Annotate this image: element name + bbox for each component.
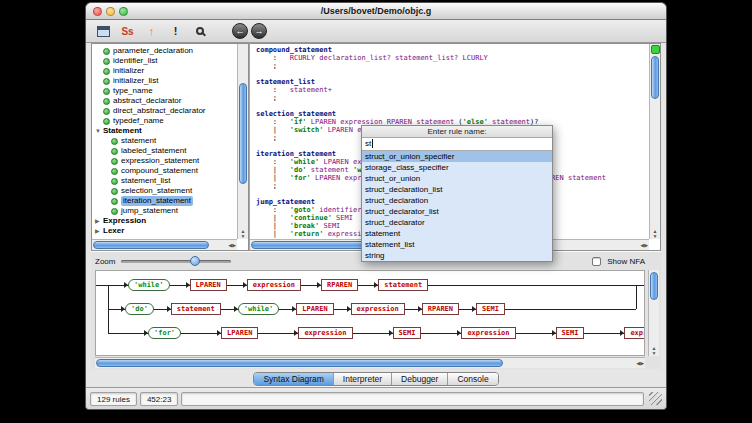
tree-group-statement[interactable]: ▼Statement	[92, 126, 237, 136]
rule-bullet-icon	[111, 178, 118, 185]
scrollbar-thumb[interactable]	[650, 272, 658, 300]
scrollbar-arrows-icon[interactable]: ◀▶	[228, 241, 236, 250]
diagram-node-expression[interactable]: expression	[247, 279, 301, 291]
popup-item-struct-declarator[interactable]: struct_declarator	[362, 217, 552, 228]
code-line: compound_statement	[256, 46, 649, 54]
popup-item-statement-list[interactable]: statement_list	[362, 239, 552, 250]
diagram-node-expression[interactable]: expression	[624, 327, 644, 339]
scrollbar-thumb[interactable]	[651, 56, 659, 99]
tree-rule-labeled-statement[interactable]: labeled_statement	[92, 146, 237, 156]
tab-interpreter[interactable]: Interpreter	[333, 373, 391, 385]
rule-bullet-icon	[111, 188, 118, 195]
zoom-slider[interactable]	[121, 255, 231, 267]
popup-item-string[interactable]: string	[362, 250, 552, 261]
rule-name-input[interactable]: st	[362, 138, 552, 151]
scrollbar-arrows-icon[interactable]: ◀▶	[640, 241, 648, 250]
tab-syntax-diagram[interactable]: Syntax Diagram	[254, 373, 332, 385]
diagram-node-statement[interactable]: statement	[171, 303, 221, 315]
tree-rule-direct-abstract-declarator[interactable]: direct_abstract_declarator	[92, 106, 237, 116]
close-button[interactable]	[93, 7, 102, 16]
tree-rule-parameter-declaration[interactable]: parameter_declaration	[92, 46, 237, 56]
sort-rules-button[interactable]: Ss	[117, 22, 138, 41]
editor-vertical-scrollbar[interactable]: ▲▼	[649, 44, 660, 239]
diagram-node-lparen[interactable]: LPAREN	[296, 303, 333, 315]
zoom-button[interactable]	[119, 7, 128, 16]
tab-console[interactable]: Console	[447, 373, 497, 385]
disclosure-open-icon[interactable]: ▼	[95, 126, 103, 136]
popup-item-struct-declaration-list[interactable]: struct_declaration_list	[362, 184, 552, 195]
scrollbar-thumb[interactable]	[239, 83, 247, 184]
show-nfa-checkbox[interactable]	[592, 257, 601, 266]
diagram-node-lparen[interactable]: LPAREN	[221, 327, 258, 339]
tree-rule-statement-list[interactable]: statement_list	[92, 176, 237, 186]
toolbar: Ss↑!←→	[86, 20, 666, 43]
tree-rule-initializer-list[interactable]: initializer_list	[92, 76, 237, 86]
check-grammar-button[interactable]: ↑	[141, 22, 162, 41]
connector-line	[154, 306, 171, 312]
tree-rule-jump-statement[interactable]: jump_statement	[92, 206, 237, 216]
diagram-literal-do[interactable]: 'do'	[125, 303, 154, 315]
popup-item-statement[interactable]: statement	[362, 228, 552, 239]
tree-rule-compound-statement[interactable]: compound_statement	[92, 166, 237, 176]
diagram-node-semi[interactable]: SEMI	[476, 303, 505, 315]
popup-item-struct-or-union[interactable]: struct_or_union	[362, 173, 552, 184]
tree-rule-statement[interactable]: statement	[92, 136, 237, 146]
rules-horizontal-scrollbar[interactable]: ◀▶	[92, 239, 237, 250]
tab-debugger[interactable]: Debugger	[391, 373, 447, 385]
popup-item-storage-class-specifier[interactable]: storage_class_specifier	[362, 162, 552, 173]
tree-rule-typedef-name[interactable]: typedef_name	[92, 116, 237, 126]
disclosure-closed-icon[interactable]: ▶	[95, 226, 103, 236]
scrollbar-thumb[interactable]	[96, 359, 503, 367]
ideas-button[interactable]: !	[165, 22, 186, 41]
popup-item-struct-declarator-list[interactable]: struct_declarator_list	[362, 206, 552, 217]
popup-item-struct-or-union-specifier[interactable]: struct_or_union_specifier	[362, 151, 552, 162]
tree-rule-abstract-declarator[interactable]: abstract_declarator	[92, 96, 237, 106]
tree-rule-identifier-list[interactable]: identifier_list	[92, 56, 237, 66]
diagram-literal-for[interactable]: 'for'	[148, 327, 181, 339]
scrollbar-thumb[interactable]	[93, 241, 209, 249]
zoom-slider-thumb[interactable]	[190, 256, 200, 266]
find-button[interactable]	[189, 22, 210, 41]
scrollbar-arrows-icon[interactable]: ▲▼	[649, 346, 659, 356]
tree-rule-type-name[interactable]: type_name	[92, 86, 237, 96]
back-button[interactable]: ←	[232, 23, 248, 39]
diagram-node-rparen[interactable]: RPAREN	[321, 279, 358, 291]
rules-vertical-scrollbar[interactable]: ▲▼	[237, 44, 248, 239]
tree-rule-iteration-statement[interactable]: iteration_statement	[92, 196, 237, 206]
syntax-diagram-panel: Zoom Show NFA 'while'LPARENexpressionRPA…	[91, 251, 661, 369]
tree-group-lexer[interactable]: ▶Lexer	[92, 226, 237, 236]
diagram-literal-while[interactable]: 'while'	[238, 303, 280, 315]
diagram-node-expression[interactable]: expression	[298, 327, 352, 339]
tree-rule-initializer[interactable]: initializer	[92, 66, 237, 76]
rules-count: 129 rules	[90, 392, 137, 406]
disclosure-closed-icon[interactable]: ▶	[95, 216, 103, 226]
scrollbar-arrows-icon[interactable]: ▲▼	[238, 229, 248, 239]
diagram-node-semi[interactable]: SEMI	[393, 327, 422, 339]
zoom-slider-track[interactable]	[121, 260, 231, 263]
tree-rule-expression-statement[interactable]: expression_statement	[92, 156, 237, 166]
magnifier-icon	[196, 27, 204, 35]
diagram-node-statement[interactable]: statement	[378, 279, 428, 291]
connector-line	[584, 330, 624, 336]
title-bar[interactable]: /Users/bovet/Demo/objc.g	[86, 3, 666, 20]
diagram-node-expression[interactable]: expression	[461, 327, 515, 339]
diagram-vertical-scrollbar[interactable]: ▲▼	[648, 270, 659, 356]
diagram-node-expression[interactable]: expression	[351, 303, 405, 315]
diagram-horizontal-scrollbar[interactable]: ◀▶	[95, 357, 645, 368]
forward-button[interactable]: →	[251, 23, 267, 39]
scrollbar-arrows-icon[interactable]: ◀▶	[636, 359, 644, 368]
diagram-node-semi[interactable]: SEMI	[556, 327, 585, 339]
minimize-button[interactable]	[106, 7, 115, 16]
resize-grip[interactable]	[649, 392, 662, 405]
diagram-node-rparen[interactable]: RPAREN	[422, 303, 459, 315]
tree-group-expression[interactable]: ▶Expression	[92, 216, 237, 226]
diagram-node-lparen[interactable]: LPAREN	[190, 279, 227, 291]
scrollbar-arrows-icon[interactable]: ▲▼	[650, 229, 660, 239]
diagram-literal-while[interactable]: 'while'	[128, 279, 170, 291]
bottom-tabs: Syntax DiagramInterpreterDebuggerConsole	[253, 372, 498, 386]
show-nfa-label: Show NFA	[607, 257, 645, 266]
rule-name-query: st	[365, 139, 371, 148]
panels-button[interactable]	[93, 22, 114, 41]
tree-rule-selection-statement[interactable]: selection_statement	[92, 186, 237, 196]
popup-item-struct-declaration[interactable]: struct_declaration	[362, 195, 552, 206]
